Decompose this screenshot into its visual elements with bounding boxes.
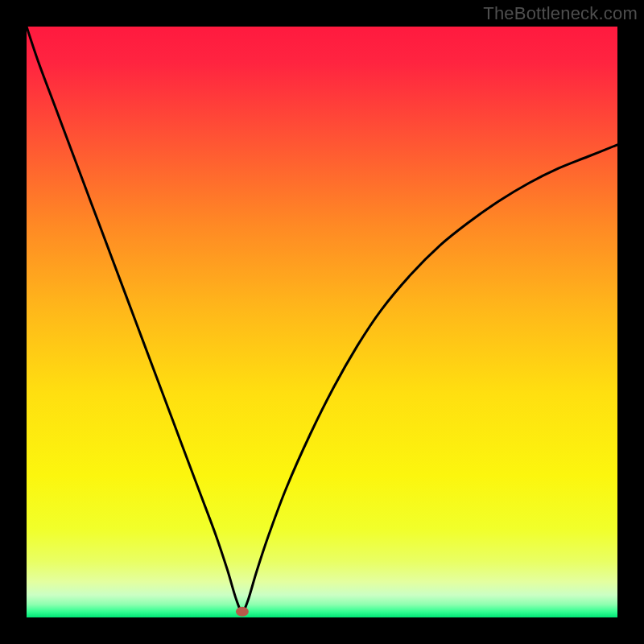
chart-frame: TheBottleneck.com <box>0 0 644 644</box>
bottleneck-curve <box>27 27 617 612</box>
watermark-text: TheBottleneck.com <box>483 3 638 24</box>
curve-layer <box>27 27 617 617</box>
plot-area <box>27 27 617 617</box>
optimal-marker <box>236 607 249 617</box>
